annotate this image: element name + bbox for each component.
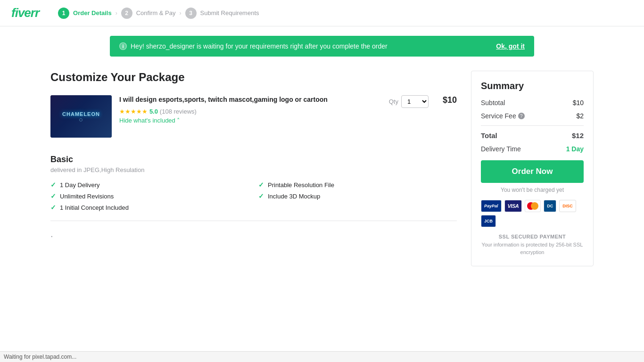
feature-4-label: Include 3D Mockup [268, 193, 320, 200]
feature-1-label: 1 Day Delivery [60, 181, 100, 189]
mastercard-icon [525, 200, 541, 212]
step-3-label: Submit Requirements [200, 9, 259, 16]
product-rating: ★★★★★ 5.0 (108 reviews) [119, 107, 328, 115]
rating-reviews: (108 reviews) [160, 108, 197, 115]
delivery-row: Delivery Time 1 Day [481, 145, 584, 153]
step-1-circle: 1 [58, 8, 69, 19]
hide-included-link[interactable]: Hide what's included ˄ [119, 117, 328, 124]
feature-3-label: Unlimited Revisions [60, 193, 114, 200]
check-icon-1: ✓ [50, 181, 56, 189]
service-fee-row: Service Fee ? $2 [481, 112, 584, 120]
step-2[interactable]: 2 Confirm & Pay [121, 8, 176, 19]
no-charge-text: You won't be charged yet [481, 187, 584, 193]
rating-number: 5.0 [149, 108, 158, 115]
check-icon-4: ✓ [258, 192, 264, 200]
package-section: Basic delivered in JPEG,High Resulation … [50, 155, 457, 211]
total-value: $12 [572, 132, 584, 140]
step-2-label: Confirm & Pay [136, 9, 176, 16]
qty-label: Qty [389, 98, 398, 105]
summary-card: Summary Subtotal $10 Service Fee ? $2 To… [471, 71, 594, 266]
main-content: Customize Your Package CHAMELEON ⬡ I wil… [39, 71, 605, 266]
total-row: Total $12 [481, 132, 584, 140]
ssl-subtitle: Your information is protected by 256-bit… [481, 241, 584, 256]
paypal-icon: PayPal [481, 200, 502, 212]
subtotal-value: $10 [573, 99, 584, 107]
alert-banner-wrap: i Hey! sherzo_designer is waiting for yo… [0, 36, 644, 57]
subtotal-label: Subtotal [481, 99, 505, 107]
feature-5-label: 1 Initial Concept Included [60, 204, 129, 211]
step-3[interactable]: 3 Submit Requirements [185, 8, 259, 19]
info-icon: i [119, 42, 127, 50]
summary-title: Summary [481, 81, 584, 91]
step-2-circle: 2 [121, 8, 132, 19]
visa-icon: VISA [504, 200, 522, 212]
package-desc: delivered in JPEG,High Resulation [50, 166, 457, 173]
misc-dot: · [50, 230, 457, 241]
total-label: Total [481, 132, 497, 140]
product-price: $10 [443, 95, 457, 105]
header: fiverr 1 Order Details › 2 Confirm & Pay… [0, 0, 644, 26]
feature-1: ✓ 1 Day Delivery [50, 181, 249, 189]
product-image: CHAMELEON ⬡ [50, 95, 112, 138]
alert-left: i Hey! sherzo_designer is waiting for yo… [119, 42, 388, 50]
subtotal-row: Subtotal $10 [481, 99, 584, 107]
product-title: I will design esports,sports, twitch mas… [119, 95, 328, 105]
step-1-label: Order Details [73, 9, 112, 16]
left-panel: Customize Your Package CHAMELEON ⬡ I wil… [50, 71, 457, 241]
check-icon-2: ✓ [258, 181, 264, 189]
feature-3: ✓ Unlimited Revisions [50, 192, 249, 200]
discover-icon: DISC [559, 200, 576, 212]
feature-2-label: Printable Resolution File [268, 181, 334, 189]
summary-divider [481, 125, 584, 126]
service-fee-help-icon[interactable]: ? [518, 113, 525, 119]
qty-select-input[interactable]: 1 2 3 [401, 95, 429, 108]
summary-panel: Summary Subtotal $10 Service Fee ? $2 To… [471, 71, 594, 266]
payment-icons: PayPal VISA DC DISC JCB [481, 200, 584, 227]
jcb-icon: JCB [481, 215, 496, 227]
page-title: Customize Your Package [50, 71, 457, 84]
package-name: Basic [50, 155, 457, 165]
diners-icon: DC [544, 200, 556, 212]
check-icon-5: ✓ [50, 204, 56, 211]
breadcrumb-steps: 1 Order Details › 2 Confirm & Pay › 3 Su… [58, 8, 259, 19]
stars-icon: ★★★★★ [119, 108, 148, 115]
service-fee-label: Service Fee ? [481, 112, 525, 120]
product-right: Qty 1 2 3 $10 [389, 95, 457, 108]
section-divider [50, 221, 457, 221]
service-fee-value: $2 [576, 112, 584, 120]
product-card: CHAMELEON ⬡ I will design esports,sports… [50, 95, 328, 147]
check-icon-3: ✓ [50, 192, 56, 200]
fiverr-logo: fiverr [11, 6, 39, 20]
step-arrow-2: › [180, 10, 182, 16]
order-now-button[interactable]: Order Now [481, 160, 584, 183]
feature-2: ✓ Printable Resolution File [258, 181, 457, 189]
delivery-label: Delivery Time [481, 145, 521, 153]
step-1[interactable]: 1 Order Details [58, 8, 112, 19]
product-info: I will design esports,sports, twitch mas… [119, 95, 328, 124]
product-image-inner: CHAMELEON ⬡ [50, 95, 112, 138]
ssl-info: SSL SECURED PAYMENT Your information is … [481, 233, 584, 256]
ssl-title: SSL SECURED PAYMENT [481, 233, 584, 241]
qty-selector: Qty 1 2 3 [389, 95, 429, 108]
step-3-circle: 3 [185, 8, 197, 19]
alert-ok-button[interactable]: Ok, got it [496, 42, 525, 50]
step-arrow-1: › [116, 10, 117, 16]
features-grid: ✓ 1 Day Delivery ✓ Printable Resolution … [50, 181, 457, 211]
alert-message: Hey! sherzo_designer is waiting for your… [131, 42, 388, 50]
feature-5: ✓ 1 Initial Concept Included [50, 204, 249, 211]
delivery-value: 1 Day [566, 145, 584, 153]
alert-banner: i Hey! sherzo_designer is waiting for yo… [110, 36, 534, 57]
feature-4: ✓ Include 3D Mockup [258, 192, 457, 200]
